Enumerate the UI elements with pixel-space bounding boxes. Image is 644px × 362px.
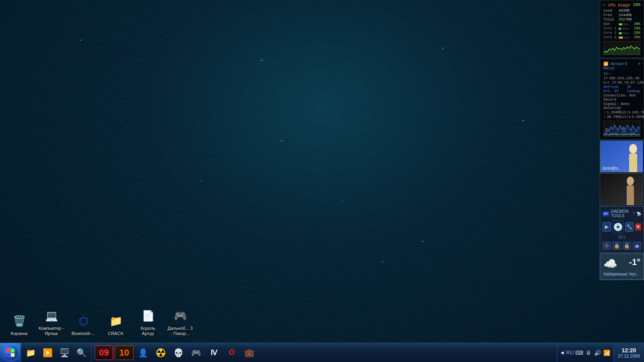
widgets-panel: ⚡ CPU Usage 28% Used 983MB Free 2344MB T… <box>600 0 644 280</box>
tray-flag-icon[interactable]: RU <box>566 349 574 357</box>
desktop-icon-bluetooth[interactable]: ⬡ Bluetooth-... <box>68 312 99 338</box>
tray-expand-btn[interactable]: ◀ <box>560 350 565 356</box>
windows-orb <box>3 345 18 360</box>
core3-bar-fill <box>619 37 623 39</box>
cpu-ram-row: Ram 30% <box>603 22 640 26</box>
tray-monitor-icon[interactable]: 🖥 <box>584 349 592 357</box>
photo-background-2 <box>600 174 643 205</box>
weather-temperature: -1° <box>629 257 640 267</box>
svg-rect-7 <box>6 349 10 352</box>
network-id-row: ID — <box>603 72 640 76</box>
network-ip-row: IP 169.254.235.48 <box>603 76 640 80</box>
core2-bar-fill <box>619 32 621 34</box>
desktop: 🗑️ Корзина 💻 Компьютер - Ярлык ⬡ Bluetoo… <box>0 0 644 362</box>
network-signal-row: Signal: None Detected <box>603 102 640 110</box>
app-btn-wallet[interactable]: 💼 <box>242 345 258 361</box>
network-extip-row: Ext.IP 95.78.87.135 Copy <box>603 81 640 85</box>
desktop-icon-dalnoboi[interactable]: 🎮 Дальноб... 3 - Покор... <box>165 306 195 338</box>
app-btn-10[interactable]: 10 <box>115 346 133 360</box>
crack-folder-icon: 📁 <box>108 313 124 329</box>
daemon-drive-label: (G:) <box>603 235 641 239</box>
daemon-wrench-btn[interactable]: 🔧 <box>625 222 634 232</box>
daemon-lock2-btn[interactable]: 🔓 <box>623 242 631 250</box>
svg-rect-6 <box>627 185 634 206</box>
svg-rect-8 <box>11 349 14 352</box>
daemon-drive: 💿 <box>613 220 623 233</box>
app-btn-opera[interactable]: O <box>224 345 240 361</box>
svg-rect-10 <box>11 353 14 357</box>
app-btn-avatar[interactable]: 👤 <box>135 345 151 361</box>
daemon-add-btn[interactable]: ➕ <box>603 242 611 250</box>
system-tray: ◀ RU ⌨ 🖥 🔊 📶 <box>557 343 613 362</box>
tray-network-icon[interactable]: 📶 <box>603 349 611 357</box>
photo-widget-2 <box>600 173 643 206</box>
daemon-close-btn[interactable]: ✕ <box>635 223 641 230</box>
core1-bar-fill <box>619 28 621 30</box>
clock-date: 27.12.2009 <box>618 354 640 358</box>
app-btn-game[interactable]: 🎮 <box>188 345 204 361</box>
crack-label: CRACK <box>108 331 124 336</box>
network-speed2-row: ↓ 40.70Kbit/s 5.06KB/s <box>603 115 640 119</box>
svg-rect-4 <box>600 174 643 206</box>
daemon-play-btn[interactable]: ▶ <box>603 222 611 232</box>
network-refresh-row: Refresh Ext. IP IP Lookup <box>603 85 640 93</box>
quick-launch: 📁 ▶️ 🖥️ 🔍 <box>21 343 91 362</box>
desktop-icon-crack[interactable]: 📁 CRACK <box>101 312 131 338</box>
cpu-widget: ⚡ CPU Usage 28% Used 983MB Free 2344MB T… <box>600 0 644 58</box>
daemon-controls: ▶ 💿 🔧 ✕ <box>603 220 641 233</box>
photo-background-1: Jennifer... <box>600 141 643 172</box>
start-button[interactable] <box>0 343 21 362</box>
search-taskbar-btn[interactable]: 🔍 <box>73 345 89 361</box>
tray-keyboard-icon[interactable]: ⌨ <box>575 349 583 357</box>
desktop-icon-recycle-bin[interactable]: 🗑️ Корзина <box>4 312 34 338</box>
app-btn-radiation[interactable]: ☢️ <box>153 345 169 361</box>
cpu-core2-row: Core 2 25% <box>603 31 640 35</box>
weather-widget: ☁️ -1° Набережные Чел... <box>600 253 644 280</box>
desktop-icons: 🗑️ Корзина 💻 Компьютер - Ярлык ⬡ Bluetoo… <box>0 306 199 338</box>
network-speed-row: ↑ 1.294Mbit/s 165.7KB/s <box>603 111 640 115</box>
dalnoboi-icon: 🎮 <box>172 308 188 324</box>
svg-rect-0 <box>600 141 643 173</box>
network-widget: 📶 Network Meter ✕ ID — IP 169.254.235.48… <box>600 59 644 140</box>
daemon-eject-btn[interactable]: ⏏ <box>633 242 641 250</box>
desktop-icon-computer[interactable]: 💻 Компьютер - Ярлык <box>36 306 66 338</box>
core1-bar-track <box>619 28 629 30</box>
cpu-total-row: Total 3327MB <box>603 18 640 22</box>
computer-icon: 💻 <box>43 308 60 324</box>
computer-label: Компьютер - Ярлык <box>38 326 65 336</box>
bluetooth-label: Bluetooth-... <box>72 331 95 336</box>
cpu-graph <box>603 41 640 55</box>
app-btn-09[interactable]: 09 <box>95 346 113 360</box>
ram-bar-track <box>619 23 629 25</box>
explorer-btn[interactable]: 📁 <box>23 345 39 361</box>
weather-cloud-icon: ☁️ <box>603 257 617 270</box>
svg-text:Jennifer...: Jennifer... <box>602 165 621 171</box>
bluetooth-icon: ⬡ <box>76 313 92 329</box>
running-apps: 09 10 👤 ☢️ 💀 🎮 Ⅳ O 💼 <box>91 343 557 362</box>
svg-rect-2 <box>629 154 637 173</box>
app-btn-roman4[interactable]: Ⅳ <box>206 345 222 361</box>
core2-bar-track <box>619 32 629 34</box>
svg-point-1 <box>629 144 637 154</box>
weather-city: Набережные Чел... <box>603 272 640 276</box>
tray-volume-icon[interactable]: 🔊 <box>594 349 602 357</box>
king-arthur-icon: 📄 <box>140 308 156 324</box>
ram-bar-fill <box>619 23 622 25</box>
media-player-btn[interactable]: ▶️ <box>39 345 56 361</box>
recycle-bin-label: Корзина <box>11 331 28 336</box>
recycle-bin-icon: 🗑️ <box>11 313 27 329</box>
clock-time: 12:20 <box>622 347 636 354</box>
display-btn[interactable]: 🖥️ <box>56 345 72 361</box>
photo-widget-1: Jennifer... <box>600 140 643 173</box>
daemon-footer: ➕ 🔒 🔓 ⏏ <box>603 242 641 250</box>
cpu-core1-row: Core 1 19% <box>603 27 640 31</box>
desktop-icon-king-arthur[interactable]: 📄 Король Артур <box>133 306 163 338</box>
clock-area[interactable]: 12:20 27.12.2009 <box>613 343 644 362</box>
cpu-widget-title: ⚡ CPU Usage 28% <box>603 3 640 8</box>
core3-bar-track <box>619 37 629 39</box>
svg-rect-9 <box>6 353 10 357</box>
app-btn-skull[interactable]: 💀 <box>171 345 187 361</box>
daemon-lock-btn[interactable]: 🔒 <box>613 242 621 250</box>
daemon-tools-widget: DT DAEMON TOOLS ? 📡 ▶ 💿 🔧 ✕ (G:) ➕ 🔒 🔓 ⏏ <box>600 206 644 253</box>
network-widget-title: 📶 Network Meter ✕ <box>603 62 640 71</box>
